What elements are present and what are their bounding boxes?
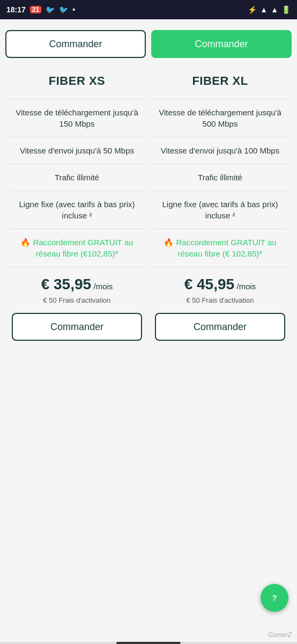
fiber-xs-price-value: € 35,95 [41,276,91,292]
fiber-xl-price-unit: /mois [237,282,256,291]
fiber-xl-activation: € 50 Frais d'activation [155,296,285,304]
wifi-icon: ▲ [271,5,278,14]
fiber-xl-commander-button[interactable]: Commander [155,313,285,341]
bottom-nav [0,642,297,644]
flame-icon: 🔥 [20,238,33,247]
fiber-xl-traffic: Trafic illimité [153,164,287,191]
plan-col-fiber-xl: FIBER XL Vitesse de téléchargement jusqu… [148,74,292,343]
top-commander-right-button[interactable]: Commander [151,30,292,58]
fiber-xl-free-connection: 🔥 Raccordement GRATUIT au réseau fibre (… [153,229,287,267]
fiber-xs-price: € 35,95 /mois [12,276,142,293]
svg-text:?: ? [272,594,277,602]
fiber-xs-fixed-line: Ligne fixe (avec tarifs à bas prix) incl… [10,191,144,229]
flame-icon-xl: 🔥 [164,238,176,247]
status-right: ⚡ ▲ ▲ 🔋 [248,5,291,14]
dot-icon: • [72,5,75,14]
fiber-xs-upload-speed: Vitesse d'envoi jusqu'à 50 Mbps [10,137,144,164]
battery-icon: 🔋 [281,5,291,14]
top-buttons-row: Commander Commander [5,30,292,58]
watermark: GamerZ [268,631,292,639]
fiber-xs-traffic: Trafic illimité [10,164,144,191]
top-commander-left-button[interactable]: Commander [5,30,146,58]
status-notification-badge: 21 [30,6,41,13]
fiber-xl-price: € 45,95 /mois [155,276,285,293]
fiber-xl-price-value: € 45,95 [184,276,234,292]
fiber-xl-fixed-line: Ligne fixe (avec tarifs à bas prix) incl… [153,191,287,229]
fiber-xl-price-section: € 45,95 /mois € 50 Frais d'activation Co… [153,267,287,343]
plan-col-fiber-xs: FIBER XS Vitesse de téléchargement jusqu… [5,74,148,343]
plan-name-fiber-xs: FIBER XS [49,74,105,88]
fiber-xs-free-connection: 🔥 Raccordement GRATUIT au réseau fibre (… [10,229,144,267]
plan-name-fiber-xl: FIBER XL [192,74,248,88]
bottom-nav-indicator [116,642,181,644]
fiber-xs-download-speed: Vitesse de téléchargement jusqu'à 150 Mb… [10,99,144,137]
fiber-xs-commander-button[interactable]: Commander [12,313,142,341]
fiber-xl-download-speed: Vitesse de téléchargement jusqu'à 500 Mb… [153,99,287,137]
main-content: Commander Commander FIBER XS Vitesse de … [0,19,297,397]
weather-icon: 🐦 [46,5,55,14]
twitter-icon: 🐦 [59,5,68,14]
status-time: 18:17 [6,5,26,14]
signal-icon: ▲ [260,5,268,14]
plans-grid: FIBER XS Vitesse de téléchargement jusqu… [5,74,292,343]
fiber-xs-price-unit: /mois [94,282,113,291]
fiber-xs-price-section: € 35,95 /mois € 50 Frais d'activation Co… [10,267,144,343]
fiber-xs-activation: € 50 Frais d'activation [12,296,142,304]
chat-bubble-button[interactable]: ? [261,584,288,612]
fiber-xl-upload-speed: Vitesse d'envoi jusqu'à 100 Mbps [153,137,287,164]
status-bar: 18:17 21 🐦 🐦 • ⚡ ▲ ▲ 🔋 [0,0,297,19]
status-left: 18:17 21 🐦 🐦 • [6,5,75,14]
bluetooth-icon: ⚡ [248,5,257,14]
chat-icon: ? [267,590,282,605]
